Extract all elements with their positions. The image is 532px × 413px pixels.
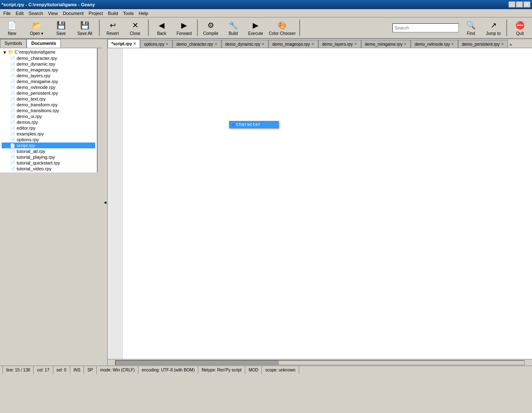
menu-bar: File Edit Search View Document Project B… <box>0 9 532 17</box>
tree-file-demo_minigame-rpy[interactable]: 📄demo_minigame.rpy <box>2 79 95 84</box>
close-tab-demo-minigame[interactable]: ✕ <box>404 42 407 46</box>
file-tab-demo-minigame[interactable]: demo_minigame.rpy ✕ <box>361 40 411 48</box>
file-tab-demo-nvlmode[interactable]: demo_nvlmode.rpy ✕ <box>411 40 458 48</box>
compile-button[interactable]: ⚙ Compile <box>200 18 221 37</box>
build-button[interactable]: 🔧 Build <box>223 18 244 37</box>
tree-file-demo_imageops-rpy[interactable]: 📄demo_imageops.rpy <box>2 67 95 73</box>
menu-search[interactable]: Search <box>26 10 46 17</box>
status-line: line: 15 / 138 <box>2 366 34 374</box>
close-window-button[interactable]: ✕ <box>524 2 530 7</box>
menu-file[interactable]: File <box>1 10 13 17</box>
close-button[interactable]: ✕ Close <box>125 18 145 37</box>
maximize-button[interactable]: □ <box>516 2 523 7</box>
color-chooser-button[interactable]: 🎨 Color Chooser <box>268 18 297 37</box>
tree-file-demo_layers-rpy[interactable]: 📄demo_layers.rpy <box>2 73 95 79</box>
editor-hscroll[interactable] <box>108 359 532 366</box>
back-icon: ◀ <box>157 20 167 30</box>
find-icon: 🔍 <box>466 20 476 30</box>
quit-button[interactable]: ⛔ Quit <box>510 18 530 37</box>
tree-file-demo_transform-rpy[interactable]: 📄demo_transform.rpy <box>2 102 95 108</box>
minimize-button[interactable]: ─ <box>509 2 515 7</box>
revert-button[interactable]: ↩ Revert <box>102 18 123 37</box>
tree-file-tutorial_atl-rpy[interactable]: 📄tutorial_atl.rpy <box>2 148 95 154</box>
status-col: col: 17 <box>34 366 53 374</box>
save-all-button[interactable]: 💾 Save All <box>73 18 96 37</box>
find-button[interactable]: 🔍 Find <box>461 18 481 37</box>
search-area: 🔍 Find <box>392 18 481 37</box>
tree-root-folder[interactable]: ▼ 📁 C:\renpy\tutorial\game <box>2 49 95 55</box>
menu-document[interactable]: Document <box>60 10 86 17</box>
separator-1 <box>99 20 100 36</box>
sidebar: ▼ 📁 C:\renpy\tutorial\game 📄demo_charact… <box>0 48 98 172</box>
file-tab-demo-persistent[interactable]: demo_persistent.rpy ✕ <box>458 40 508 48</box>
close-tab-demo-imageops[interactable]: ✕ <box>311 42 315 46</box>
close-tab-demo-character[interactable]: ✕ <box>214 42 218 46</box>
tree-file-demo_persistent-rpy[interactable]: 📄demo_persistent.rpy <box>2 90 95 96</box>
status-bar: line: 15 / 138 col: 17 sel: 0 INS SP mod… <box>0 366 532 374</box>
back-button[interactable]: ◀ Back <box>151 18 172 37</box>
close-tab-demo-dynamic[interactable]: ✕ <box>261 42 265 46</box>
tree-file-demos-rpy[interactable]: 📄demos.rpy <box>2 119 95 125</box>
folder-icon: 📁 <box>8 49 14 55</box>
more-tabs-button[interactable]: » <box>508 42 514 48</box>
separator-2 <box>148 20 149 36</box>
tree-file-editor-rpy[interactable]: 📄editor.rpy <box>2 125 95 131</box>
left-panel: Symbols Documents ▼ 📁 C:\renpy\tutorial\… <box>0 39 103 366</box>
tree-collapse-icon: ▼ <box>2 50 7 55</box>
close-tab-script[interactable]: ✕ <box>133 42 136 46</box>
tree-file-options-rpy[interactable]: 📄options.rpy <box>2 137 95 143</box>
tree-file-tutorial_playing-rpy[interactable]: 📄tutorial_playing.rpy <box>2 154 95 160</box>
file-tree: ▼ 📁 C:\renpy\tutorial\game 📄demo_charact… <box>0 48 97 172</box>
tree-file-demo_character-rpy[interactable]: 📄demo_character.rpy <box>2 55 95 61</box>
code-content[interactable] <box>123 48 532 359</box>
menu-build[interactable]: Build <box>106 10 121 17</box>
autocomplete-popup[interactable]: ◇ Character <box>229 121 279 128</box>
file-tab-demo-imageops[interactable]: demo_imageops.rpy ✕ <box>268 40 318 48</box>
forward-button[interactable]: ▶ Forward <box>174 18 195 37</box>
tree-file-demo_ui-rpy[interactable]: 📄demo_ui.rpy <box>2 113 95 119</box>
tab-documents[interactable]: Documents <box>27 39 61 48</box>
tree-file-demo_nvlmode-rpy[interactable]: 📄demo_nvlmode.rpy <box>2 84 95 90</box>
file-tab-demo-dynamic[interactable]: demo_dynamic.rpy ✕ <box>222 40 268 48</box>
tree-file-demo_dynamic-rpy[interactable]: 📄demo_dynamic.rpy <box>2 61 95 67</box>
panel-tabs: Symbols Documents <box>0 39 103 48</box>
save-button[interactable]: 💾 Save <box>51 18 71 37</box>
status-mod: MOD <box>245 366 262 374</box>
file-tab-demo-layers[interactable]: demo_layers.rpy ✕ <box>318 40 361 48</box>
status-encoding: encoding: UTF-8 (with BOM) <box>138 366 198 374</box>
menu-project[interactable]: Project <box>86 10 105 17</box>
code-editor[interactable] <box>108 48 532 359</box>
autocomplete-item-character[interactable]: ◇ Character <box>229 121 278 128</box>
close-tab-demo-persistent[interactable]: ✕ <box>501 42 504 46</box>
title-text: *script.rpy - C:\renpy\tutorial\game - G… <box>2 2 95 7</box>
file-tab-options-rpy[interactable]: options.rpy ✕ <box>140 40 172 48</box>
tab-symbols[interactable]: Symbols <box>0 39 27 48</box>
search-input[interactable] <box>392 23 459 32</box>
execute-button[interactable]: ▶ Execute <box>245 18 266 37</box>
menu-edit[interactable]: Edit <box>13 10 26 17</box>
tree-file-tutorial_quickstart-rpy[interactable]: 📄tutorial_quickstart.rpy <box>2 160 95 166</box>
status-mode: mode: Win (CRLF) <box>97 366 138 374</box>
close-tab-demo-layers[interactable]: ✕ <box>354 42 357 46</box>
tree-file-examples-rpy[interactable]: 📄examples.rpy <box>2 131 95 137</box>
tree-file-script-rpy[interactable]: 📄script.rpy <box>2 143 95 148</box>
tree-files: 📄demo_character.rpy📄demo_dynamic.rpy📄dem… <box>2 55 95 172</box>
new-icon: 📄 <box>7 20 17 30</box>
menu-tools[interactable]: Tools <box>121 10 136 17</box>
tree-file-tutorial_video-rpy[interactable]: 📄tutorial_video.rpy <box>2 166 95 172</box>
save-icon: 💾 <box>56 20 66 30</box>
close-tab-demo-nvlmode[interactable]: ✕ <box>451 42 454 46</box>
sidebar-collapse-handle[interactable]: ◀ <box>103 39 108 366</box>
menu-help[interactable]: Help <box>136 10 151 17</box>
close-tab-options[interactable]: ✕ <box>165 42 169 46</box>
title-bar: *script.rpy - C:\renpy\tutorial\game - G… <box>0 0 532 9</box>
file-tab-demo-character[interactable]: demo_character.rpy ✕ <box>172 40 221 48</box>
tree-file-demo_transitions-rpy[interactable]: 📄demo_transitions.rpy <box>2 108 95 113</box>
menu-view[interactable]: View <box>46 10 61 17</box>
new-button[interactable]: 📄 New <box>2 18 22 37</box>
file-tab-script-rpy[interactable]: *script.rpy ✕ <box>108 39 140 48</box>
open-button[interactable]: 📂 Open ▾ <box>24 18 49 37</box>
open-icon: 📂 <box>32 20 42 30</box>
jump-to-button[interactable]: ↗ Jump to <box>483 18 504 37</box>
tree-file-demo_text-rpy[interactable]: 📄demo_text.rpy <box>2 96 95 102</box>
